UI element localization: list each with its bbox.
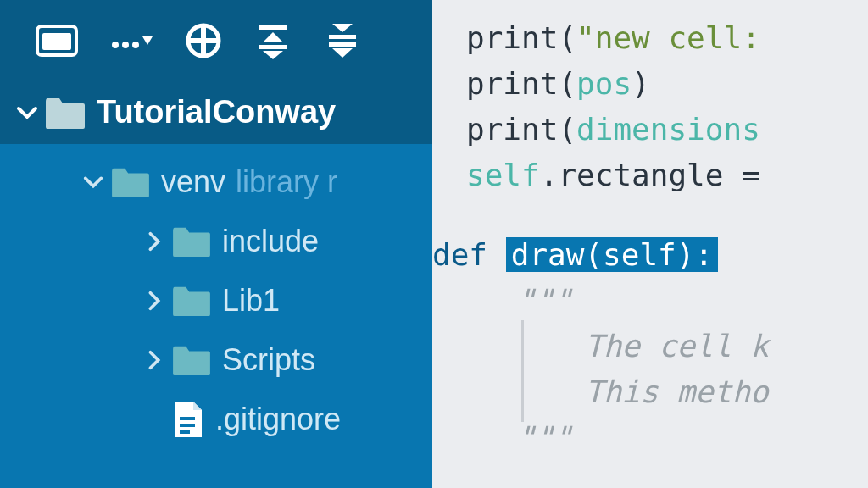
indent-guide — [521, 320, 524, 422]
tree-label: Lib1 — [222, 283, 280, 319]
chevron-right-icon — [137, 349, 171, 371]
chevron-right-icon — [137, 290, 171, 312]
svg-rect-15 — [329, 42, 356, 47]
svg-rect-11 — [259, 45, 287, 49]
project-sidebar: TutorialConway venv library r include — [0, 0, 432, 488]
svg-rect-18 — [180, 424, 195, 427]
tree-label: venv — [161, 164, 225, 200]
code-line: The cell k — [466, 324, 868, 369]
tree-item-venv[interactable]: venv library r — [0, 152, 432, 212]
tree-item-lib[interactable]: Lib1 — [0, 271, 432, 330]
code-line: print(pos) — [466, 61, 868, 107]
folder-icon — [171, 225, 212, 258]
collapse-up-icon[interactable] — [254, 22, 292, 59]
code-line: self.rectangle = — [466, 152, 868, 198]
tree-hint: library r — [236, 164, 337, 200]
highlighted-text: draw(self): — [506, 237, 718, 272]
tree-item-gitignore[interactable]: .gitignore — [0, 390, 432, 449]
project-header[interactable]: TutorialConway — [0, 80, 432, 144]
code-line: """ — [466, 415, 868, 461]
file-icon — [171, 400, 205, 439]
svg-rect-1 — [42, 33, 71, 50]
code-line: print("new cell: — [466, 15, 868, 61]
chevron-right-icon — [137, 230, 171, 252]
folder-icon — [171, 284, 212, 318]
svg-rect-17 — [180, 417, 195, 420]
folder-icon — [110, 165, 151, 199]
tree-item-include[interactable]: include — [0, 212, 432, 271]
svg-rect-9 — [259, 25, 287, 30]
svg-rect-19 — [180, 430, 190, 434]
code-editor[interactable]: print("new cell: print(pos) print(dimens… — [432, 0, 868, 488]
svg-rect-14 — [329, 35, 356, 39]
svg-marker-16 — [332, 48, 353, 58]
code-line: print(dimensions — [466, 107, 868, 152]
code-line: """ — [466, 278, 868, 324]
tree-label: include — [222, 224, 319, 259]
folder-icon — [171, 343, 212, 377]
tree-label: Scripts — [222, 342, 315, 378]
chevron-down-icon — [10, 101, 44, 125]
svg-point-2 — [112, 42, 119, 48]
project-title: TutorialConway — [97, 94, 336, 130]
chevron-down-icon — [76, 171, 110, 193]
svg-marker-10 — [263, 32, 283, 42]
target-icon[interactable] — [185, 22, 222, 59]
toolbar — [0, 0, 432, 80]
tree-label: .gitignore — [215, 402, 341, 437]
svg-marker-13 — [332, 24, 353, 32]
folder-icon — [44, 95, 86, 130]
collapse-down-icon[interactable] — [324, 22, 361, 59]
svg-marker-12 — [263, 51, 283, 59]
svg-point-3 — [122, 42, 129, 48]
window-icon[interactable] — [36, 25, 78, 57]
svg-rect-8 — [186, 38, 220, 43]
svg-point-4 — [132, 42, 139, 48]
file-tree: venv library r include Lib1 — [0, 144, 432, 488]
code-line: This metho — [466, 369, 868, 415]
code-line-def: def draw(self): — [432, 232, 868, 278]
svg-marker-5 — [142, 36, 153, 45]
ellipsis-dropdown-icon[interactable] — [110, 28, 153, 53]
tree-item-scripts[interactable]: Scripts — [0, 330, 432, 390]
